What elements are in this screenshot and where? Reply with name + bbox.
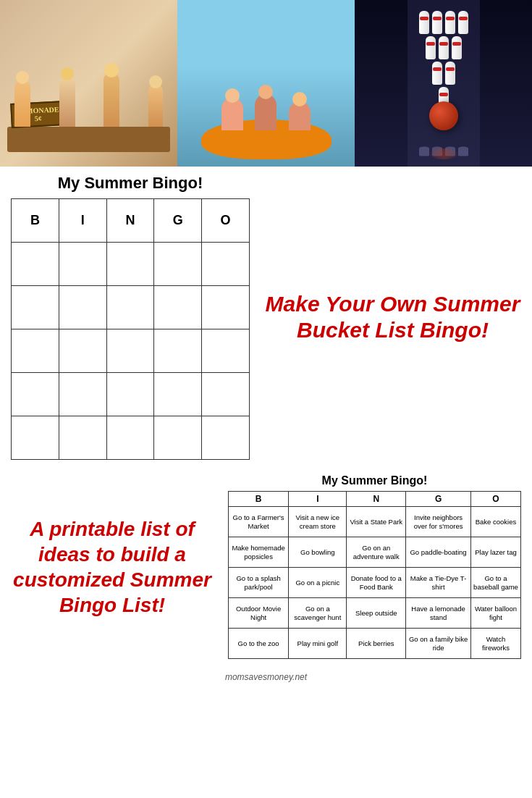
bingo-cell: Make homemade popsicles [229, 537, 289, 568]
bingo-cell: Sleep outside [347, 598, 406, 629]
table-row: Go to the zooPlay mini golfPick berriesG… [229, 629, 521, 659]
table-row: Make homemade popsiclesGo bowlingGo on a… [229, 537, 521, 568]
blank-bingo-card: My Summer Bingo! B I N G O [11, 174, 250, 460]
bingo-cell: Go on a scavenger hunt [289, 598, 347, 629]
bingo-cell: Go on a family bike ride [406, 629, 471, 659]
table-row: Go to a splash park/poolGo on a picnicDo… [229, 568, 521, 598]
bowling-image [355, 0, 532, 167]
blank-bingo-title: My Summer Bingo! [11, 174, 250, 193]
filled-header-b: B [229, 492, 289, 507]
footer-text: momsavesmoney.net [225, 672, 307, 682]
bingo-cell: Go to a splash park/pool [229, 568, 289, 598]
bingo-cell: Outdoor Movie Night [229, 598, 289, 629]
filled-header-g: G [406, 492, 471, 507]
bingo-cell: Donate food to a Food Bank [347, 568, 406, 598]
table-row: Go to a Farmer's MarketVisit a new ice c… [229, 507, 521, 537]
bingo-cell: Go on a picnic [289, 568, 347, 598]
table-row [12, 286, 250, 329]
bingo-cell: Watch fireworks [471, 629, 521, 659]
table-row: Outdoor Movie NightGo on a scavenger hun… [229, 598, 521, 629]
bingo-cell: Visit a State Park [347, 507, 406, 537]
table-row [12, 329, 250, 373]
top-images-section: LEMONADE 5¢ [0, 0, 532, 167]
bingo-header-b: B [12, 199, 59, 243]
bingo-cell: Bake cookies [471, 507, 521, 537]
bingo-cell: Invite neighbors over for s'mores [406, 507, 471, 537]
bingo-cell: Have a lemonade stand [406, 598, 471, 629]
bingo-cell: Play lazer tag [471, 537, 521, 568]
bingo-cell: Water balloon fight [471, 598, 521, 629]
bingo-cell: Go to a baseball game [471, 568, 521, 598]
kayak-image [177, 0, 355, 167]
filled-header-n: N [347, 492, 406, 507]
table-row [12, 243, 250, 286]
bingo-header-o: O [202, 199, 250, 243]
promo-heading: Make Your Own Summer Bucket List Bingo! [264, 291, 521, 343]
promo-section: Make Your Own Summer Bucket List Bingo! [264, 174, 521, 460]
printable-heading: A printable list of ideas to build a cus… [11, 516, 214, 618]
table-row [12, 416, 250, 460]
bingo-header-g: G [154, 199, 202, 243]
bingo-cell: Pick berries [347, 629, 406, 659]
filled-bingo-title: My Summer Bingo! [228, 474, 521, 487]
lemonade-image: LEMONADE 5¢ [0, 0, 177, 167]
filled-header-i: I [289, 492, 347, 507]
table-row [12, 373, 250, 416]
bingo-cell: Go on an adventure walk [347, 537, 406, 568]
lower-section: A printable list of ideas to build a cus… [0, 467, 532, 666]
blank-bingo-table: B I N G O [11, 198, 250, 460]
bingo-promo-section: My Summer Bingo! B I N G O [0, 167, 532, 467]
filled-header-o: O [471, 492, 521, 507]
bingo-cell: Visit a new ice cream store [289, 507, 347, 537]
printable-description: A printable list of ideas to build a cus… [11, 474, 214, 659]
bingo-cell: Go paddle-boating [406, 537, 471, 568]
filled-bingo-card: My Summer Bingo! B I N G O Go to a Farme… [228, 474, 521, 659]
bingo-header-i: I [59, 199, 106, 243]
bingo-cell: Go to a Farmer's Market [229, 507, 289, 537]
bingo-header-n: N [106, 199, 154, 243]
filled-bingo-table: B I N G O Go to a Farmer's MarketVisit a… [228, 491, 521, 659]
footer: momsavesmoney.net [0, 666, 532, 688]
bingo-cell: Go to the zoo [229, 629, 289, 659]
bingo-cell: Make a Tie-Dye T-shirt [406, 568, 471, 598]
bingo-cell: Go bowling [289, 537, 347, 568]
bingo-cell: Play mini golf [289, 629, 347, 659]
